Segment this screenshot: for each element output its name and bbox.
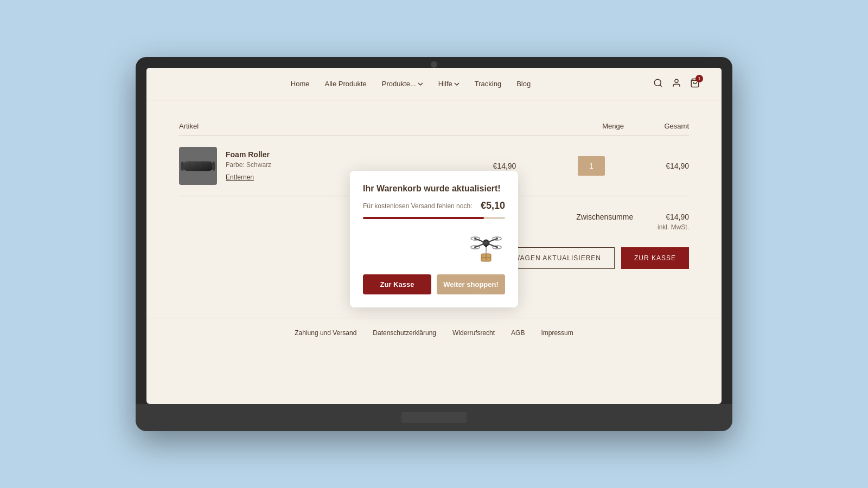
- quantity-input[interactable]: 1: [578, 156, 605, 176]
- svg-rect-4: [182, 162, 214, 171]
- nav-alle-produkte[interactable]: Alle Produkte: [325, 80, 367, 88]
- footer-datenschutz[interactable]: Datenschutzerklärung: [373, 329, 436, 337]
- svg-point-22: [496, 237, 498, 240]
- svg-point-6: [212, 162, 215, 171]
- nav-home[interactable]: Home: [291, 80, 310, 88]
- nav-tracking[interactable]: Tracking: [475, 80, 501, 88]
- modal-shipping-amount: €5,10: [481, 200, 505, 211]
- product-name: Foam Roller: [226, 150, 271, 159]
- svg-point-23: [474, 246, 476, 248]
- modal-shipping-row: Für kostenlosen Versand fehlen noch: €5,…: [363, 200, 505, 211]
- svg-point-29: [485, 245, 487, 247]
- modal-progress-bar: [363, 217, 505, 219]
- modal-shipping-text: Für kostenlosen Versand fehlen noch:: [363, 202, 472, 210]
- search-icon[interactable]: [653, 78, 663, 90]
- modal-title: Ihr Warenkorb wurde aktualisiert!: [363, 184, 505, 194]
- zwischensumme-row: Zwischensumme €14,90: [576, 213, 689, 221]
- col-menge: Menge: [559, 122, 624, 130]
- col-price-header: [450, 122, 559, 130]
- svg-line-1: [660, 85, 661, 86]
- nav-hilfe[interactable]: Hilfe: [438, 80, 459, 88]
- svg-point-21: [474, 237, 476, 240]
- mwst-note: inkl. MwSt.: [576, 223, 689, 231]
- main-content: Artikel Menge Gesamt: [146, 100, 722, 285]
- item-total: €14,90: [624, 162, 689, 170]
- col-gesamt: Gesamt: [624, 122, 689, 130]
- nav-produkte[interactable]: Produkte...: [382, 80, 423, 88]
- summary-box: Zwischensumme €14,90 inkl. MwSt.: [576, 213, 689, 231]
- footer-zahlung[interactable]: Zahlung und Versand: [295, 329, 356, 337]
- svg-point-24: [496, 246, 498, 248]
- col-artikel: Artikel: [179, 122, 450, 130]
- zwischensumme-label: Zwischensumme: [576, 213, 633, 221]
- footer-impressum[interactable]: Impressum: [541, 329, 573, 337]
- modal-checkout-button[interactable]: Zur Kasse: [363, 274, 431, 294]
- product-image: [179, 147, 217, 185]
- modal-progress-fill: [363, 217, 484, 219]
- svg-point-5: [181, 162, 184, 171]
- user-icon[interactable]: [672, 78, 681, 90]
- cart-updated-modal: Ihr Warenkorb wurde aktualisiert! Für ko…: [350, 171, 518, 307]
- product-variant: Farbe: Schwarz: [226, 161, 271, 169]
- footer-agb[interactable]: AGB: [511, 329, 525, 337]
- main-nav: Home Alle Produkte Produkte... Hilfe Tra…: [291, 80, 531, 88]
- footer-widerruf[interactable]: Widerrufsrecht: [452, 329, 495, 337]
- svg-point-0: [654, 79, 661, 86]
- site-header: Home Alle Produkte Produkte... Hilfe Tra…: [146, 68, 722, 100]
- modal-drone-image: [363, 228, 505, 266]
- svg-point-2: [675, 79, 678, 82]
- modal-continue-button[interactable]: Weiter shoppen!: [437, 274, 505, 294]
- cart-badge: 1: [695, 75, 703, 82]
- product-details: Foam Roller Farbe: Schwarz Entfernen: [226, 150, 271, 182]
- nav-blog[interactable]: Blog: [516, 80, 531, 88]
- quantity-col: 1: [559, 156, 624, 176]
- site-footer: Zahlung und Versand Datenschutzerklärung…: [146, 318, 722, 348]
- cart-icon[interactable]: 1: [690, 78, 700, 90]
- header-icons: 1: [653, 78, 700, 90]
- main-checkout-button[interactable]: ZUR KASSE: [621, 247, 689, 269]
- cart-table-header: Artikel Menge Gesamt: [179, 117, 689, 136]
- zwischensumme-value: €14,90: [666, 213, 689, 221]
- modal-buttons: Zur Kasse Weiter shoppen!: [363, 274, 505, 294]
- remove-item-link[interactable]: Entfernen: [226, 174, 254, 181]
- product-price: €14,90: [450, 162, 559, 170]
